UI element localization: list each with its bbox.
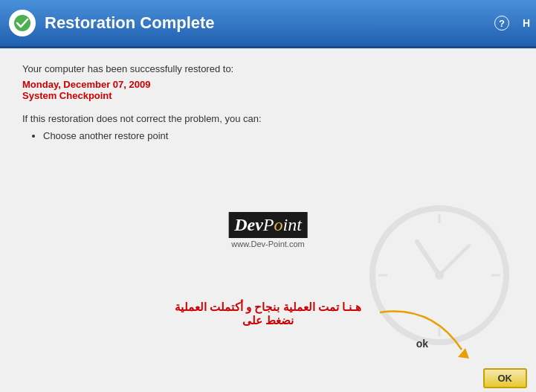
success-icon bbox=[9, 10, 36, 36]
logo-point-text: Point bbox=[263, 215, 302, 234]
help-button[interactable]: ? bbox=[494, 16, 509, 30]
options-list: Choose another restore point bbox=[43, 130, 514, 141]
logo-url: www.Dev-Point.com bbox=[228, 240, 308, 248]
svg-line-4 bbox=[439, 245, 469, 275]
ok-button-label: OK bbox=[498, 373, 513, 384]
ok-button[interactable]: OK bbox=[483, 368, 528, 388]
svg-line-3 bbox=[417, 242, 439, 275]
arabic-line1: هـنـا تمت العملية بنجاح و أكتملت العملية bbox=[175, 301, 361, 314]
close-button[interactable]: H bbox=[523, 17, 530, 29]
svg-marker-9 bbox=[458, 348, 469, 359]
if-not-correct-text: If this restoration does not correct the… bbox=[22, 113, 514, 124]
restore-date: Monday, December 07, 2009 bbox=[22, 79, 514, 90]
arrow-pointing-ok bbox=[358, 305, 477, 364]
logo-dev-text: Dev bbox=[234, 215, 263, 234]
arabic-instruction: هـنـا تمت العملية بنجاح و أكتملت العملية… bbox=[175, 301, 361, 327]
restore-checkpoint: System Checkpoint bbox=[22, 90, 514, 101]
arabic-line2: نضغط على bbox=[175, 314, 361, 327]
devpoint-logo: DevPoint www.Dev-Point.com bbox=[228, 212, 308, 248]
list-item: Choose another restore point bbox=[43, 130, 514, 141]
restored-text: Your computer has been successfully rest… bbox=[22, 63, 514, 74]
dialog-header: Restoration Complete ? H bbox=[0, 0, 536, 46]
content-area: Your computer has been successfully rest… bbox=[0, 48, 536, 392]
dialog-title: Restoration Complete bbox=[45, 13, 215, 33]
